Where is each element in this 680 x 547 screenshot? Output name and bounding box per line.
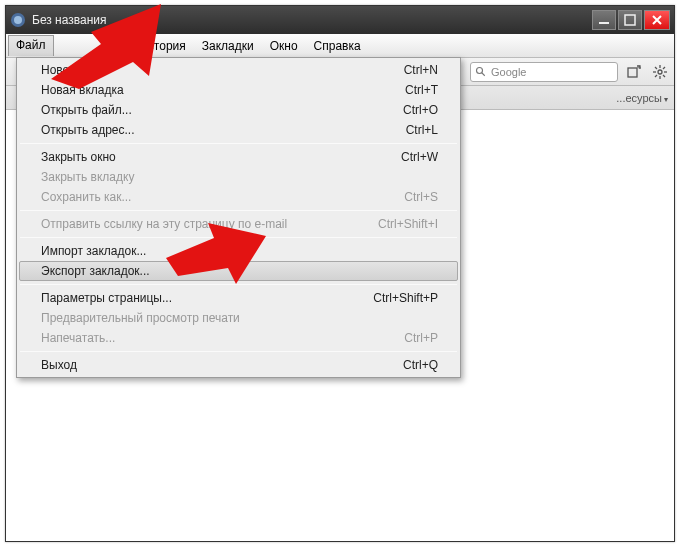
svg-rect-6: [628, 68, 637, 77]
window-controls: [592, 10, 670, 30]
file-menu-dropdown: Новое окноCtrl+N Новая вкладкаCtrl+T Отк…: [16, 57, 461, 378]
menubar-item-bookmarks[interactable]: Закладки: [194, 36, 262, 56]
menubar-item-help[interactable]: Справка: [306, 36, 369, 56]
menu-item-print: Напечатать...Ctrl+P: [19, 328, 458, 348]
search-icon: [475, 66, 487, 78]
menu-item-close-window[interactable]: Закрыть окноCtrl+W: [19, 147, 458, 167]
maximize-button[interactable]: [618, 10, 642, 30]
menu-item-save-as: Сохранить как...Ctrl+S: [19, 187, 458, 207]
bookmarks-bar-item[interactable]: ...есурсы▾: [616, 92, 668, 104]
menu-item-print-preview: Предварительный просмотр печати: [19, 308, 458, 328]
menubar-item-hidden[interactable]: [54, 43, 94, 49]
menu-item-send-link: Отправить ссылку на эту страницу по e-ma…: [19, 214, 458, 234]
menu-separator: [20, 237, 457, 238]
svg-point-1: [14, 16, 22, 24]
svg-line-16: [655, 75, 657, 77]
menu-item-open-file[interactable]: Открыть файл...Ctrl+O: [19, 100, 458, 120]
svg-rect-3: [625, 15, 635, 25]
svg-line-5: [482, 72, 485, 75]
svg-point-4: [477, 67, 483, 73]
svg-line-13: [655, 67, 657, 69]
new-tab-icon[interactable]: +: [624, 62, 644, 82]
chevron-down-icon: ▾: [664, 95, 668, 104]
menu-item-export-bookmarks[interactable]: Экспорт закладок...: [19, 261, 458, 281]
app-window: Без названия Файл Вид История Закладки О…: [5, 5, 675, 542]
svg-rect-2: [599, 22, 609, 24]
menubar-item-history[interactable]: История: [131, 36, 194, 56]
menu-item-import-bookmarks[interactable]: Импорт закладок...: [19, 241, 458, 261]
svg-line-14: [663, 75, 665, 77]
menu-separator: [20, 210, 457, 211]
menubar-item-window[interactable]: Окно: [262, 36, 306, 56]
menu-separator: [20, 284, 457, 285]
search-input[interactable]: Google: [470, 62, 618, 82]
app-icon: [10, 12, 26, 28]
menu-item-new-tab[interactable]: Новая вкладкаCtrl+T: [19, 80, 458, 100]
menubar-item-view[interactable]: Вид: [94, 36, 132, 56]
window-title: Без названия: [32, 13, 592, 27]
menu-item-exit[interactable]: ВыходCtrl+Q: [19, 355, 458, 375]
menu-item-page-setup[interactable]: Параметры страницы...Ctrl+Shift+P: [19, 288, 458, 308]
close-button[interactable]: [644, 10, 670, 30]
menubar-item-file[interactable]: Файл: [8, 35, 54, 56]
svg-text:+: +: [637, 65, 641, 71]
svg-point-8: [658, 70, 662, 74]
titlebar: Без названия: [6, 6, 674, 34]
menu-item-close-tab: Закрыть вкладку: [19, 167, 458, 187]
menu-separator: [20, 143, 457, 144]
menu-item-new-window[interactable]: Новое окноCtrl+N: [19, 60, 458, 80]
search-placeholder: Google: [491, 66, 526, 78]
settings-gear-icon[interactable]: [650, 62, 670, 82]
menu-item-open-url[interactable]: Открыть адрес...Ctrl+L: [19, 120, 458, 140]
menubar: Файл Вид История Закладки Окно Справка: [6, 34, 674, 58]
minimize-button[interactable]: [592, 10, 616, 30]
svg-line-15: [663, 67, 665, 69]
menu-separator: [20, 351, 457, 352]
